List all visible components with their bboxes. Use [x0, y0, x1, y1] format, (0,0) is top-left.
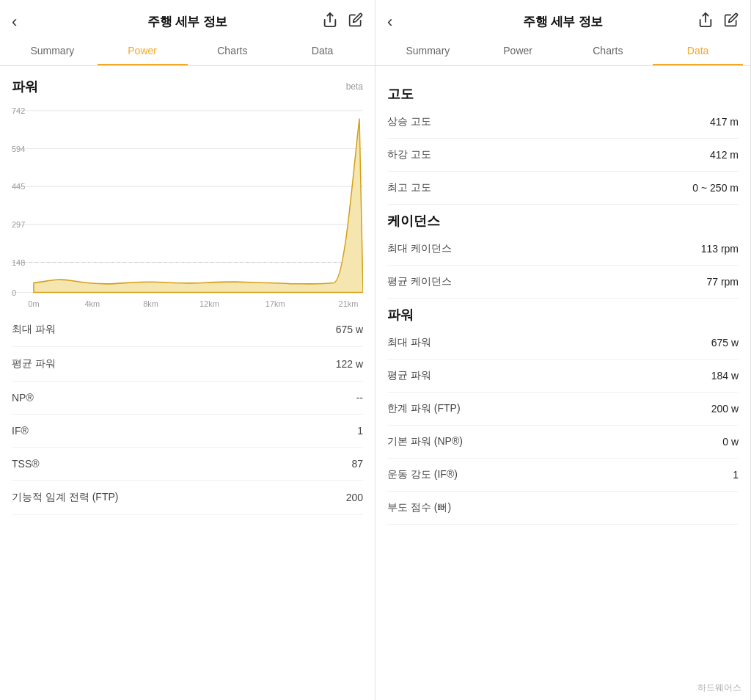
data-value-np-power: 0 w	[722, 436, 739, 448]
stat-value-max-power: 675 w	[336, 324, 363, 335]
stat-value-np: --	[356, 392, 363, 404]
svg-text:12km: 12km	[199, 299, 219, 307]
y-label-148: 148	[12, 258, 25, 266]
y-label-742: 742	[12, 106, 25, 115]
beta-label: beta	[346, 81, 363, 92]
data-value-max-altitude: 0 ~ 250 m	[692, 182, 739, 194]
stat-row-ftp: 기능적 임계 전력 (FTP) 200	[12, 481, 363, 515]
power-chart-svg: 742 594 445 297 148 0 0m 4km 8km 12km 17…	[12, 103, 363, 308]
power-chart: 742 594 445 297 148 0 0m 4km 8km 12km 17…	[12, 103, 363, 308]
data-row-if-power: 운동 강도 (IF®) 1	[387, 459, 739, 492]
right-header: ‹ 주행 세부 정보	[376, 0, 750, 37]
svg-text:8km: 8km	[143, 299, 158, 307]
svg-text:21km: 21km	[339, 299, 359, 307]
left-content: 파워 beta 742 594 445 297 148 0	[0, 66, 375, 700]
data-label-tss-power: 부도 점수 (뻐)	[387, 501, 451, 514]
data-label-r-avg-power: 평균 파워	[387, 369, 431, 382]
data-label-ascent: 상승 고도	[387, 115, 431, 128]
right-tabs: Summary Power Charts Data	[376, 37, 750, 66]
svg-text:4km: 4km	[84, 299, 100, 307]
right-tab-summary[interactable]: Summary	[383, 37, 473, 65]
data-value-if-power: 1	[733, 469, 739, 481]
right-tab-data[interactable]: Data	[653, 37, 743, 65]
y-label-445: 445	[12, 182, 25, 191]
stat-label-if: IF®	[12, 425, 29, 437]
y-label-297: 297	[12, 220, 25, 229]
y-label-0: 0	[12, 288, 16, 296]
right-tabs-wrapper: Summary Power Charts Data	[376, 37, 750, 66]
data-value-r-avg-power: 184 w	[711, 370, 739, 382]
data-value-ftp-power: 200 w	[711, 403, 739, 415]
right-edit-icon[interactable]	[724, 12, 739, 31]
stat-value-avg-power: 122 w	[336, 358, 363, 370]
data-row-ascent: 상승 고도 417 m	[387, 106, 739, 139]
stat-row-if: IF® 1	[12, 415, 363, 448]
left-panel: ‹ 주행 세부 정보 Summary Power Charts	[0, 0, 376, 700]
data-label-np-power: 기본 파워 (NP®)	[387, 435, 463, 448]
left-tabs-wrapper: Summary Power Charts Data	[0, 37, 375, 66]
data-value-r-max-power: 675 w	[711, 337, 739, 349]
right-tab-charts[interactable]: Charts	[563, 37, 653, 65]
right-share-icon[interactable]	[697, 12, 714, 32]
data-row-descent: 하강 고도 412 m	[387, 139, 739, 172]
svg-text:17km: 17km	[265, 299, 285, 307]
left-tab-power[interactable]: Power	[98, 37, 188, 65]
right-panel: ‹ 주행 세부 정보 Summary Power Charts	[376, 0, 751, 700]
data-row-avg-cadence: 평균 케이던스 77 rpm	[387, 266, 739, 299]
left-tab-data[interactable]: Data	[277, 37, 367, 65]
right-tab-power[interactable]: Power	[473, 37, 563, 65]
section-title-power: 파워	[387, 306, 739, 324]
section-title-cadence: 케이던스	[387, 212, 739, 230]
stat-row-avg-power: 평균 파워 122 w	[12, 347, 363, 382]
stat-row-np: NP® --	[12, 382, 363, 415]
left-tab-summary[interactable]: Summary	[7, 37, 98, 65]
left-share-icon[interactable]	[322, 12, 338, 32]
left-stats: 최대 파워 675 w 평균 파워 122 w NP® -- IF® 1 TSS…	[12, 313, 363, 515]
left-tabs: Summary Power Charts Data	[0, 37, 375, 66]
data-value-avg-cadence: 77 rpm	[706, 276, 739, 288]
left-section-title: 파워 beta	[12, 78, 363, 95]
section-title-altitude: 고도	[387, 85, 739, 103]
data-label-ftp-power: 한계 파워 (FTP)	[387, 402, 461, 415]
data-label-descent: 하강 고도	[387, 148, 431, 161]
data-label-max-altitude: 최고 고도	[387, 181, 431, 194]
data-row-ftp-power: 한계 파워 (FTP) 200 w	[387, 393, 739, 426]
data-value-ascent: 417 m	[710, 116, 739, 128]
right-header-title: 주행 세부 정보	[523, 13, 603, 30]
stat-row-max-power: 최대 파워 675 w	[12, 313, 363, 347]
left-back-button[interactable]: ‹	[12, 12, 17, 32]
stat-value-tss: 87	[351, 458, 363, 470]
data-value-max-cadence: 113 rpm	[701, 243, 739, 255]
svg-text:0m: 0m	[28, 299, 39, 307]
data-label-if-power: 운동 강도 (IF®)	[387, 468, 458, 481]
stat-label-avg-power: 평균 파워	[12, 357, 56, 371]
y-label-594: 594	[12, 144, 26, 153]
stat-label-max-power: 최대 파워	[12, 323, 56, 336]
stat-value-if: 1	[357, 425, 363, 437]
right-back-button[interactable]: ‹	[387, 12, 392, 32]
data-row-max-cadence: 최대 케이던스 113 rpm	[387, 233, 739, 266]
right-content: 고도 상승 고도 417 m 하강 고도 412 m 최고 고도 0 ~ 250…	[376, 66, 750, 676]
stat-label-ftp: 기능적 임계 전력 (FTP)	[12, 491, 118, 504]
data-row-r-max-power: 최대 파워 675 w	[387, 327, 739, 360]
stat-label-tss: TSS®	[12, 458, 40, 470]
left-header-title: 주행 세부 정보	[147, 13, 227, 30]
data-row-r-avg-power: 평균 파워 184 w	[387, 360, 739, 393]
stat-row-tss: TSS® 87	[12, 448, 363, 481]
data-label-max-cadence: 최대 케이던스	[387, 242, 452, 255]
stat-value-ftp: 200	[346, 492, 363, 503]
stat-label-np: NP®	[12, 392, 34, 404]
data-label-avg-cadence: 평균 케이던스	[387, 275, 452, 288]
data-value-descent: 412 m	[710, 149, 739, 161]
right-header-icons	[697, 12, 739, 32]
left-edit-icon[interactable]	[348, 12, 363, 31]
left-tab-charts[interactable]: Charts	[188, 37, 278, 65]
data-row-tss-power: 부도 점수 (뻐)	[387, 492, 739, 525]
left-header: ‹ 주행 세부 정보	[0, 0, 375, 37]
data-label-r-max-power: 최대 파워	[387, 336, 431, 349]
watermark: 하드웨어스	[376, 676, 750, 700]
data-row-np-power: 기본 파워 (NP®) 0 w	[387, 426, 739, 459]
left-header-icons	[322, 12, 363, 32]
data-row-max-altitude: 최고 고도 0 ~ 250 m	[387, 172, 739, 205]
